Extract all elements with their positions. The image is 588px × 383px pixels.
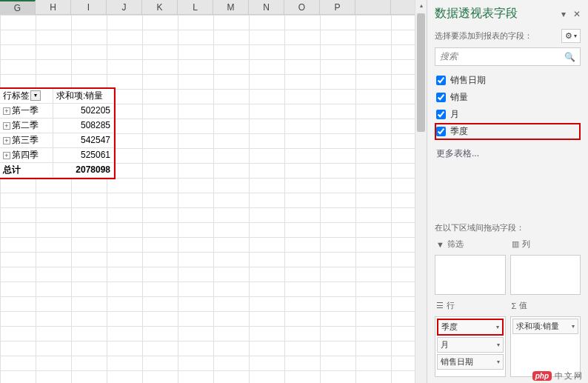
- pane-dropdown-icon[interactable]: ▾: [561, 9, 566, 19]
- watermark-logo: php: [532, 371, 552, 381]
- chevron-down-icon: ▾: [574, 33, 577, 39]
- sigma-icon: Σ: [512, 302, 517, 310]
- pivot-row-label[interactable]: +第二季: [0, 119, 53, 133]
- gear-icon: ⚙: [565, 31, 572, 41]
- rows-area-item[interactable]: 销售日期▾: [437, 354, 504, 370]
- expand-icon[interactable]: +: [3, 137, 10, 144]
- field-settings-button[interactable]: ⚙ ▾: [561, 29, 581, 43]
- scroll-thumb[interactable]: [417, 13, 425, 132]
- rows-icon: ☰: [436, 301, 444, 310]
- values-area-title: Σ值: [510, 298, 581, 313]
- watermark: php 中文网: [532, 370, 584, 382]
- column-header-M[interactable]: M: [213, 0, 249, 14]
- areas-grid: ▼筛选 ▥列 ☰行 Σ值 季度▾月▾销售日期▾ 求和项:销量▾: [427, 236, 588, 383]
- field-checkbox[interactable]: [436, 93, 446, 102]
- pivot-value-header[interactable]: 求和项:销量: [53, 89, 114, 104]
- columns-drop-area[interactable]: [510, 255, 581, 295]
- chevron-down-icon[interactable]: ▾: [497, 359, 500, 365]
- column-header-G[interactable]: G: [0, 0, 36, 15]
- pivot-row-label[interactable]: +第一季: [0, 104, 53, 119]
- field-label: 季度: [450, 125, 468, 138]
- spreadsheet-grid[interactable]: GHIJKLMNOP 行标签 ▾ 求和项:销量 +第一季502205+第二季50…: [0, 0, 427, 383]
- pivot-row-header-label: 行标签: [3, 89, 30, 102]
- field-checkbox[interactable]: [436, 110, 446, 119]
- grid-body[interactable]: 行标签 ▾ 求和项:销量 +第一季502205+第二季508285+第三季542…: [0, 15, 427, 383]
- field-search-input[interactable]: 搜索 🔍: [435, 47, 581, 66]
- field-list: 销售日期销量月季度: [427, 72, 588, 144]
- column-header-J[interactable]: J: [107, 0, 142, 14]
- column-header-K[interactable]: K: [142, 0, 178, 14]
- column-header-P[interactable]: P: [320, 0, 355, 14]
- filter-dropdown-icon[interactable]: ▾: [30, 90, 41, 101]
- area-item-label: 季度: [441, 322, 458, 333]
- pivot-row-value[interactable]: 508285: [53, 119, 114, 133]
- rows-area-title: ☰行: [435, 298, 506, 313]
- pivot-row-value[interactable]: 502205: [53, 104, 114, 119]
- vertical-scrollbar[interactable]: ▴: [415, 0, 427, 383]
- field-label: 销量: [450, 91, 468, 104]
- field-checkbox[interactable]: [436, 127, 446, 136]
- pivot-row-label[interactable]: +第四季: [0, 148, 53, 163]
- rows-area-item[interactable]: 季度▾: [437, 319, 504, 336]
- search-placeholder: 搜索: [440, 50, 458, 63]
- filter-area-title: ▼筛选: [435, 236, 506, 252]
- field-item[interactable]: 季度: [435, 123, 581, 140]
- chevron-down-icon[interactable]: ▾: [497, 342, 500, 348]
- columns-icon: ▥: [512, 239, 519, 249]
- filter-icon: ▼: [436, 240, 444, 249]
- search-icon: 🔍: [564, 52, 575, 62]
- watermark-text: 中文网: [555, 370, 584, 382]
- column-header-H[interactable]: H: [36, 0, 71, 14]
- area-item-label: 月: [441, 339, 449, 350]
- column-header-pad[interactable]: [355, 0, 391, 14]
- pivot-row-value[interactable]: 525061: [53, 148, 114, 163]
- area-item-label: 销售日期: [441, 356, 473, 367]
- grid-lines: [0, 15, 427, 383]
- pane-subtitle: 选择要添加到报表的字段：: [435, 30, 532, 41]
- area-item-label: 求和项:销量: [516, 321, 559, 332]
- pane-subtitle-row: 选择要添加到报表的字段： ⚙ ▾: [427, 26, 588, 47]
- field-label: 月: [450, 108, 459, 121]
- scroll-up-icon[interactable]: ▴: [415, 0, 427, 12]
- column-header-O[interactable]: O: [284, 0, 320, 14]
- column-header-L[interactable]: L: [178, 0, 213, 14]
- expand-icon[interactable]: +: [3, 122, 10, 130]
- pane-close-icon[interactable]: ✕: [573, 9, 581, 19]
- pivot-fields-pane: 数据透视表字段 ▾ ✕ 选择要添加到报表的字段： ⚙ ▾ 搜索 🔍 销售日期销量…: [427, 0, 588, 383]
- pane-header: 数据透视表字段 ▾ ✕: [427, 0, 588, 26]
- pivot-total-value[interactable]: 2078098: [53, 163, 114, 178]
- chevron-down-icon[interactable]: ▾: [496, 324, 499, 330]
- field-checkbox[interactable]: [436, 76, 446, 85]
- rows-area-item[interactable]: 月▾: [437, 337, 504, 353]
- column-header-N[interactable]: N: [249, 0, 284, 14]
- more-tables-link[interactable]: 更多表格...: [427, 144, 588, 163]
- column-header-row: GHIJKLMNOP: [0, 0, 427, 15]
- values-drop-area[interactable]: 求和项:销量▾: [510, 316, 581, 377]
- columns-area-title: ▥列: [510, 236, 581, 252]
- pane-title: 数据透视表字段: [435, 6, 518, 21]
- areas-drag-label: 在以下区域间拖动字段：: [427, 218, 588, 236]
- pivot-row-header[interactable]: 行标签 ▾: [0, 89, 53, 104]
- field-item[interactable]: 销售日期: [435, 72, 581, 89]
- chevron-down-icon[interactable]: ▾: [572, 323, 575, 330]
- field-item[interactable]: 销量: [435, 89, 581, 106]
- pivot-row-value[interactable]: 542547: [53, 133, 114, 148]
- expand-icon[interactable]: +: [3, 107, 10, 115]
- rows-drop-area[interactable]: 季度▾月▾销售日期▾: [435, 316, 506, 377]
- field-item[interactable]: 月: [435, 106, 581, 123]
- values-area-item[interactable]: 求和项:销量▾: [512, 319, 579, 334]
- filter-drop-area[interactable]: [435, 255, 506, 295]
- column-header-I[interactable]: I: [71, 0, 107, 14]
- expand-icon[interactable]: +: [3, 152, 10, 159]
- pivot-total-label[interactable]: 总计: [0, 163, 53, 178]
- pivot-row-label[interactable]: +第三季: [0, 133, 53, 148]
- field-label: 销售日期: [450, 74, 486, 87]
